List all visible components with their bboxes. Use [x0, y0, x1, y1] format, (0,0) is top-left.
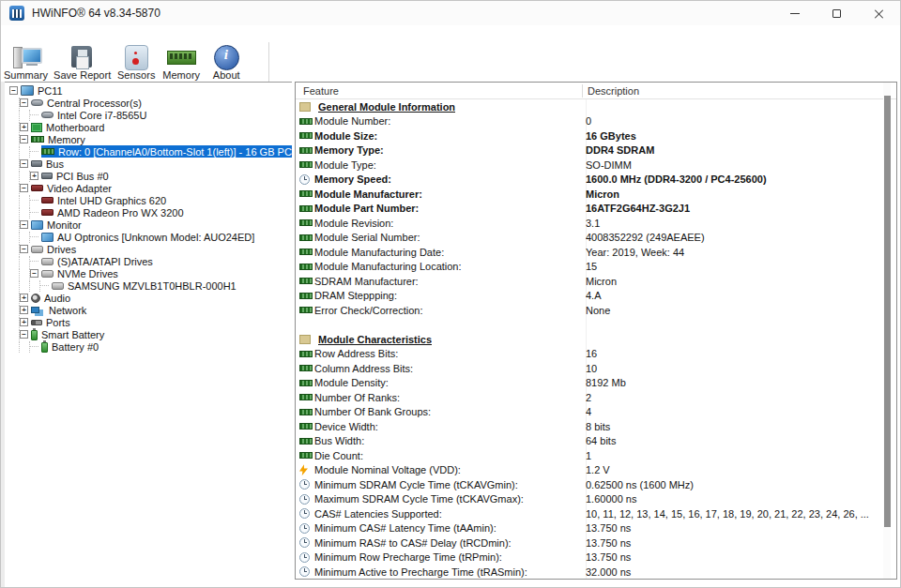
bolt-icon [299, 464, 308, 475]
feature-row[interactable]: DRAM Steppping: 4.A [296, 289, 896, 304]
feature-row[interactable]: Module Revision: 3.1 [296, 216, 896, 231]
feature-row[interactable]: Module Nominal Voltage (VDD): 1.2 V [296, 463, 896, 478]
feature-label: DRAM Steppping: [314, 290, 586, 301]
feature-row[interactable]: Module Manufacturing Date: Year: 2019, W… [296, 245, 896, 260]
tree-item[interactable]: + Motherboard [5, 121, 292, 133]
tree-expander[interactable]: + [20, 294, 28, 302]
feature-row[interactable]: Memory Type: DDR4 SDRAM [296, 143, 896, 158]
feature-row[interactable]: Bus Width: 64 bits [296, 434, 896, 449]
tree-expander[interactable]: + [20, 306, 28, 314]
feature-row[interactable]: Memory Speed: 1600.0 MHz (DDR4-3200 / PC… [296, 173, 896, 188]
tree-item[interactable]: − Monitor [5, 219, 292, 231]
toolbar-button[interactable]: Sensors [114, 42, 159, 81]
feature-row-icon-cell [299, 523, 314, 534]
feature-row[interactable]: Device Width: 8 bits [296, 419, 896, 434]
ram-icon [299, 423, 313, 430]
summary-icon [11, 44, 41, 69]
feature-row[interactable]: Module Type: SO-DIMM [296, 158, 896, 173]
feature-row[interactable]: Column Address Bits: 10 [296, 361, 896, 376]
feature-row[interactable]: Error Check/Correction: None [296, 303, 896, 318]
tree-item[interactable]: − Smart Battery [5, 328, 292, 340]
tree-expander[interactable]: − [20, 245, 28, 253]
minimize-icon [790, 13, 800, 14]
tree-item[interactable]: Intel Core i7-8565U [5, 109, 292, 121]
feature-row[interactable]: Row Address Bits: 16 [296, 347, 896, 362]
tree-item[interactable]: (S)ATA/ATAPI Drives [5, 255, 292, 267]
feature-row[interactable]: Module Number: 0 [296, 114, 896, 129]
feature-column-header[interactable]: Feature [296, 85, 582, 97]
tree-expander[interactable]: − [30, 269, 38, 278]
monitor-icon [41, 233, 53, 242]
feature-row[interactable]: General Module Information [296, 99, 896, 114]
tree-item[interactable]: − Central Processor(s) [5, 97, 292, 109]
close-button[interactable] [858, 1, 900, 25]
feature-row[interactable]: Minimum Row Precharge Time (tRPmin): 13.… [296, 550, 896, 565]
tree-item-label: Monitor [46, 219, 84, 231]
feature-row[interactable]: Module Serial Number: 4008352292 (249AEA… [296, 231, 896, 246]
feature-row[interactable]: Module Density: 8192 Mb [296, 376, 896, 391]
tree-item[interactable]: + Network [5, 304, 292, 316]
scrollbar-thumb[interactable] [884, 96, 891, 527]
tree-expander[interactable]: − [20, 98, 28, 107]
tree-expander[interactable]: − [20, 184, 28, 192]
tree-item[interactable]: − Video Adapter [5, 182, 292, 194]
feature-value: 1 [586, 450, 896, 461]
feature-row[interactable]: Module Manufacturing Location: 15 [296, 260, 896, 275]
feature-row-icon-cell [299, 537, 314, 548]
feature-row-icon-cell [299, 249, 314, 255]
tree-expander[interactable]: − [20, 330, 28, 339]
description-column-header[interactable]: Description [582, 84, 896, 98]
toolbar-button[interactable]: Memory [159, 42, 204, 81]
tree-item[interactable]: + PCI Bus #0 [5, 170, 292, 182]
tree-item[interactable]: − Memory [5, 133, 292, 145]
maximize-button[interactable] [816, 1, 858, 25]
feature-label: Module Manufacturing Date: [314, 247, 586, 258]
feature-row[interactable]: CAS# Latencies Supported: 10, 11, 12, 13… [296, 506, 896, 521]
clock-icon [299, 566, 310, 577]
toolbar-button[interactable]: About [204, 42, 249, 81]
tree-expander[interactable]: − [20, 220, 28, 229]
feature-row[interactable]: Number Of Ranks: 2 [296, 390, 896, 405]
feature-row[interactable]: Module Characteristics [296, 332, 896, 347]
close-icon [874, 8, 884, 19]
feature-row-icon-cell [299, 293, 314, 299]
feature-row[interactable]: Module Part Number: 16ATF2G64HZ-3G2J1 [296, 202, 896, 217]
tree-expander[interactable]: + [30, 172, 38, 180]
tree-expander[interactable]: + [20, 318, 28, 326]
toolbar-button[interactable]: Summary [1, 42, 51, 81]
tree-item[interactable]: Row: 0 [ChannelA0/Bottom-Slot 1(left)] -… [5, 145, 292, 158]
tree-expander [30, 236, 38, 237]
tree-expander[interactable]: − [20, 159, 28, 168]
tree-item[interactable]: SAMSUNG MZVLB1T0HBLR-000H1 [5, 279, 292, 292]
ram-icon [299, 264, 313, 270]
tree-item[interactable]: Intel UHD Graphics 620 [5, 194, 292, 206]
toolbar-button[interactable]: Save Report [51, 42, 114, 81]
tree-item[interactable]: AMD Radeon Pro WX 3200 [5, 206, 292, 219]
feature-row[interactable]: Module Size: 16 GBytes [296, 128, 896, 143]
feature-row[interactable]: Minimum SDRAM Cycle Time (tCKAVGmin): 0.… [296, 477, 896, 492]
tree-item[interactable]: AU Optronics [Unknown Model: AUO24ED] [5, 231, 292, 243]
feature-row[interactable]: Minimum RAS# to CAS# Delay (tRCDmin): 13… [296, 535, 896, 550]
ram-icon [299, 234, 313, 241]
tree-item[interactable]: + Audio [5, 292, 292, 304]
scrollbar-track[interactable] [883, 83, 891, 579]
feature-row[interactable]: Module Manufacturer: Micron [296, 187, 896, 202]
tree-item[interactable]: − PC11 [5, 84, 292, 97]
tree-item[interactable]: + Ports [5, 316, 292, 328]
tree-item[interactable]: − Bus [5, 158, 292, 170]
minimize-button[interactable] [773, 1, 816, 25]
tree-expander[interactable]: + [20, 123, 28, 131]
feature-row-icon-cell [299, 452, 314, 459]
feature-row[interactable]: Number Of Bank Groups: 4 [296, 405, 896, 420]
feature-row[interactable] [296, 318, 896, 333]
feature-row[interactable]: Minimum Active to Precharge Time (tRASmi… [296, 565, 896, 580]
tree-item[interactable]: − Drives [5, 243, 292, 255]
feature-row[interactable]: Die Count: 1 [296, 448, 896, 463]
feature-row[interactable]: SDRAM Manufacturer: Micron [296, 274, 896, 289]
tree-item[interactable]: − NVMe Drives [5, 267, 292, 279]
tree-expander[interactable]: − [20, 135, 28, 143]
tree-item[interactable]: Battery #0 [5, 340, 292, 353]
feature-row[interactable]: Minimum CAS# Latency Time (tAAmin): 13.7… [296, 521, 896, 536]
feature-row[interactable]: Maximum SDRAM Cycle Time (tCKAVGmax): 1.… [296, 492, 896, 507]
tree-expander[interactable]: − [9, 86, 18, 95]
